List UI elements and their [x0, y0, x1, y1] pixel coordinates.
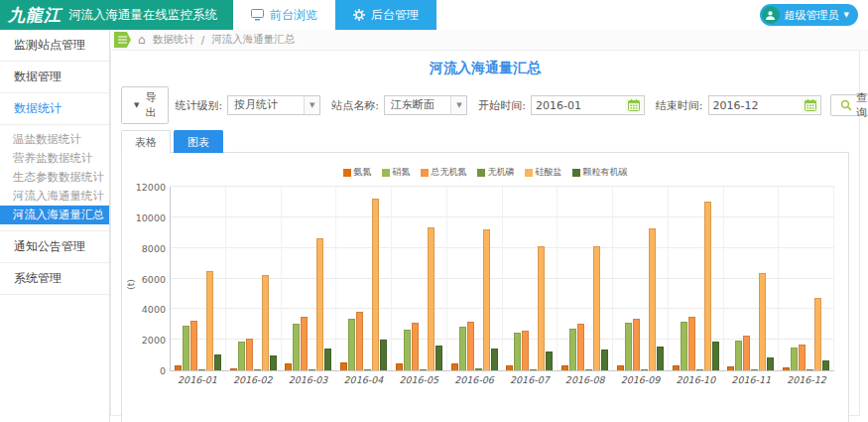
bar-总无机氮-2016-06[interactable] [467, 322, 474, 370]
bar-氨氮-2016-09[interactable] [617, 365, 624, 370]
bar-氨氮-2016-02[interactable] [230, 368, 237, 370]
bar-颗粒有机碳-2016-03[interactable] [324, 349, 331, 370]
bar-总无机氮-2016-02[interactable] [246, 339, 253, 370]
bar-无机磷-2016-04[interactable] [364, 369, 371, 370]
bar-氨氮-2016-10[interactable] [673, 365, 680, 370]
bar-颗粒有机碳-2016-12[interactable] [822, 360, 829, 370]
sidebar-item-3[interactable]: 数据统计 [0, 93, 109, 125]
bar-总无机氮-2016-04[interactable] [356, 312, 363, 370]
bar-硝氮-2016-10[interactable] [681, 322, 687, 370]
bar-硝氮-2016-02[interactable] [238, 342, 245, 370]
bar-氨氮-2016-04[interactable] [340, 362, 347, 370]
bar-硝氮-2016-03[interactable] [293, 324, 300, 370]
bar-硅酸盐-2016-10[interactable] [704, 202, 711, 370]
bar-硝氮-2016-01[interactable] [183, 326, 189, 370]
bar-硅酸盐-2016-05[interactable] [428, 227, 434, 370]
legend-item-硅酸盐[interactable]: 硅酸盐 [525, 166, 562, 179]
bar-总无机氮-2016-03[interactable] [301, 317, 308, 370]
bar-氨氮-2016-05[interactable] [396, 363, 403, 370]
bar-无机磷-2016-09[interactable] [641, 369, 648, 370]
bar-硝氮-2016-08[interactable] [569, 329, 576, 370]
bar-总无机氮-2016-09[interactable] [633, 319, 640, 370]
bar-颗粒有机碳-2016-06[interactable] [491, 349, 498, 370]
bar-无机磷-2016-07[interactable] [530, 369, 537, 370]
bar-总无机氮-2016-11[interactable] [743, 336, 750, 370]
tab-1[interactable]: 表格 [121, 130, 171, 153]
bar-颗粒有机碳-2016-11[interactable] [767, 357, 774, 370]
bar-氨氮-2016-01[interactable] [175, 365, 182, 370]
sidebar-item-4[interactable]: 温盐数据统计 [0, 130, 109, 149]
calendar-icon[interactable] [802, 97, 819, 113]
search-button[interactable]: 查询 [830, 94, 868, 116]
bar-硝氮-2016-05[interactable] [404, 330, 411, 370]
bar-氨氮-2016-11[interactable] [727, 366, 734, 370]
bar-硝氮-2016-07[interactable] [514, 333, 521, 370]
bar-硅酸盐-2016-01[interactable] [206, 271, 213, 370]
bar-硝氮-2016-09[interactable] [625, 323, 632, 370]
user-menu[interactable]: 超级管理员 ▼ [760, 4, 858, 26]
bar-硅酸盐-2016-07[interactable] [538, 246, 545, 370]
bar-氨氮-2016-06[interactable] [451, 363, 458, 370]
bar-颗粒有机碳-2016-07[interactable] [546, 352, 553, 370]
bar-总无机氮-2016-05[interactable] [412, 323, 419, 370]
bar-无机磷-2016-05[interactable] [420, 369, 427, 370]
bar-颗粒有机碳-2016-08[interactable] [601, 350, 608, 370]
sidebar-item-9[interactable]: 通知公告管理 [0, 231, 109, 263]
sidebar-item-5[interactable]: 营养盐数据统计 [0, 149, 109, 168]
bar-氨氮-2016-12[interactable] [783, 367, 790, 370]
sidebar-item-2[interactable]: 数据管理 [0, 62, 109, 93]
legend-item-颗粒有机碳[interactable]: 颗粒有机碳 [572, 166, 628, 179]
sidebar-item-8[interactable]: 河流入海通量汇总 [0, 206, 109, 224]
bar-硅酸盐-2016-09[interactable] [649, 228, 656, 370]
end-date-input[interactable] [709, 96, 803, 114]
level-select[interactable]: 按月统计 ▼ [227, 95, 320, 115]
nav-front-browse[interactable]: 前台浏览 [233, 0, 335, 30]
bar-硅酸盐-2016-11[interactable] [759, 273, 766, 370]
bar-总无机氮-2016-08[interactable] [577, 324, 584, 370]
bar-无机磷-2016-02[interactable] [254, 369, 261, 370]
bar-无机磷-2016-10[interactable] [696, 369, 703, 370]
nav-back-admin[interactable]: 后台管理 [335, 0, 436, 30]
bar-颗粒有机碳-2016-05[interactable] [435, 346, 442, 370]
sidebar-item-7[interactable]: 河流入海通量统计 [0, 187, 109, 206]
bar-硝氮-2016-11[interactable] [735, 341, 742, 370]
legend-item-总无机氮[interactable]: 总无机氮 [421, 166, 467, 179]
bar-颗粒有机碳-2016-04[interactable] [380, 340, 387, 370]
bar-硝氮-2016-12[interactable] [791, 348, 798, 370]
bar-硅酸盐-2016-06[interactable] [483, 229, 490, 370]
bar-无机磷-2016-08[interactable] [585, 369, 592, 370]
bar-颗粒有机碳-2016-10[interactable] [712, 342, 719, 370]
bar-无机磷-2016-01[interactable] [198, 369, 205, 370]
legend-item-氨氮[interactable]: 氨氮 [343, 166, 372, 179]
bar-总无机氮-2016-01[interactable] [190, 321, 197, 370]
sidebar-item-10[interactable]: 系统管理 [0, 263, 109, 295]
bar-总无机氮-2016-07[interactable] [522, 331, 529, 370]
bar-硅酸盐-2016-02[interactable] [262, 275, 269, 370]
bar-氨氮-2016-08[interactable] [561, 365, 568, 370]
bar-硝氮-2016-04[interactable] [348, 319, 355, 370]
bar-总无机氮-2016-10[interactable] [688, 317, 695, 370]
bar-氨氮-2016-03[interactable] [285, 363, 292, 370]
breadcrumb-section[interactable]: 数据统计 [153, 33, 194, 47]
start-date-input[interactable] [532, 96, 625, 114]
sidebar-item-6[interactable]: 生态参数数据统计 [0, 168, 109, 187]
bar-无机磷-2016-06[interactable] [475, 368, 482, 370]
collapse-menu-icon[interactable] [114, 32, 131, 48]
tab-2[interactable]: 图表 [174, 130, 223, 153]
bar-无机磷-2016-12[interactable] [806, 369, 813, 370]
bar-硝氮-2016-06[interactable] [459, 327, 466, 370]
legend-item-无机磷[interactable]: 无机磷 [477, 166, 515, 179]
calendar-icon[interactable] [625, 97, 643, 113]
bar-总无机氮-2016-12[interactable] [799, 345, 806, 370]
bar-硅酸盐-2016-03[interactable] [316, 238, 323, 370]
station-select[interactable]: 江东断面 ▼ [384, 95, 467, 115]
bar-硅酸盐-2016-04[interactable] [372, 199, 379, 370]
bar-氨氮-2016-07[interactable] [506, 365, 513, 370]
export-button[interactable]: ▼ 导出 [121, 86, 169, 124]
sidebar-item-1[interactable]: 监测站点管理 [0, 30, 109, 62]
bar-颗粒有机碳-2016-02[interactable] [270, 355, 277, 370]
bar-无机磷-2016-03[interactable] [309, 369, 315, 370]
bar-硅酸盐-2016-12[interactable] [814, 298, 821, 370]
bar-颗粒有机碳-2016-09[interactable] [657, 347, 664, 370]
legend-item-硝氮[interactable]: 硝氮 [382, 166, 411, 179]
